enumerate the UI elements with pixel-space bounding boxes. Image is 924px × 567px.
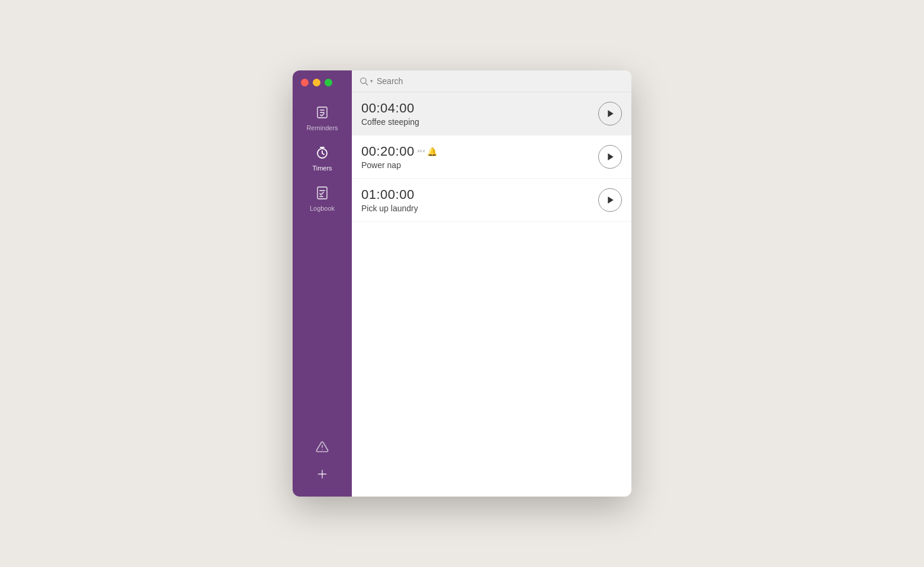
search-input[interactable] xyxy=(377,76,624,86)
play-icon-laundry xyxy=(606,195,615,205)
minimize-button[interactable] xyxy=(313,79,320,86)
search-icon-wrapper: ▾ xyxy=(359,76,373,86)
search-icon xyxy=(359,76,368,86)
timer-badges-powernap: ᶻᶻᶻ 🔔 xyxy=(418,147,438,156)
sidebar: Reminders Timers xyxy=(293,70,352,497)
timers-icon xyxy=(315,146,329,162)
svg-marker-15 xyxy=(608,110,613,117)
sidebar-item-reminders[interactable]: Reminders xyxy=(293,98,352,138)
play-icon-powernap xyxy=(606,152,615,162)
timers-label: Timers xyxy=(312,165,332,172)
timer-name-laundry: Pick up laundry xyxy=(361,204,598,213)
sidebar-item-timers[interactable]: Timers xyxy=(293,138,352,179)
timer-item-coffee[interactable]: 00:04:00 Coffee steeping xyxy=(352,92,631,136)
close-button[interactable] xyxy=(301,79,309,86)
timer-time-coffee: 00:04:00 xyxy=(361,101,598,116)
sidebar-bottom xyxy=(293,436,352,497)
play-button-laundry[interactable] xyxy=(598,188,622,212)
play-button-coffee[interactable] xyxy=(598,102,622,125)
main-content: ▾ 00:04:00 Coffee steeping xyxy=(352,70,631,497)
svg-marker-16 xyxy=(608,153,613,160)
play-button-powernap[interactable] xyxy=(598,145,622,169)
timer-info-laundry: 01:00:00 Pick up laundry xyxy=(361,187,598,213)
svg-marker-17 xyxy=(608,196,613,204)
add-button[interactable] xyxy=(312,463,333,485)
timer-time-laundry: 01:00:00 xyxy=(361,187,598,202)
app-window: Reminders Timers xyxy=(293,70,631,497)
reminders-label: Reminders xyxy=(306,124,338,131)
svg-line-14 xyxy=(365,83,368,85)
timer-name-coffee: Coffee steeping xyxy=(361,117,598,127)
timer-info-powernap: 00:20:00 ᶻᶻᶻ 🔔 Power nap xyxy=(361,144,598,170)
logbook-icon xyxy=(315,186,329,202)
timer-item-powernap[interactable]: 00:20:00 ᶻᶻᶻ 🔔 Power nap xyxy=(352,136,631,179)
timer-list: 00:04:00 Coffee steeping 00:20:00 ᶻᶻ xyxy=(352,92,631,497)
sidebar-item-logbook[interactable]: Logbook xyxy=(293,179,352,219)
reminders-icon xyxy=(315,105,329,122)
timer-name-powernap: Power nap xyxy=(361,160,598,170)
play-icon-coffee xyxy=(606,109,615,118)
sidebar-nav: Reminders Timers xyxy=(293,92,352,436)
maximize-button[interactable] xyxy=(325,79,332,86)
search-bar: ▾ xyxy=(352,70,631,92)
timer-item-laundry[interactable]: 01:00:00 Pick up laundry xyxy=(352,179,631,222)
timer-time-powernap: 00:20:00 ᶻᶻᶻ 🔔 xyxy=(361,144,598,159)
search-chevron-icon: ▾ xyxy=(370,78,373,84)
timer-info-coffee: 00:04:00 Coffee steeping xyxy=(361,101,598,127)
logbook-label: Logbook xyxy=(310,205,335,212)
warning-button[interactable] xyxy=(312,436,333,458)
traffic-lights xyxy=(293,70,341,92)
